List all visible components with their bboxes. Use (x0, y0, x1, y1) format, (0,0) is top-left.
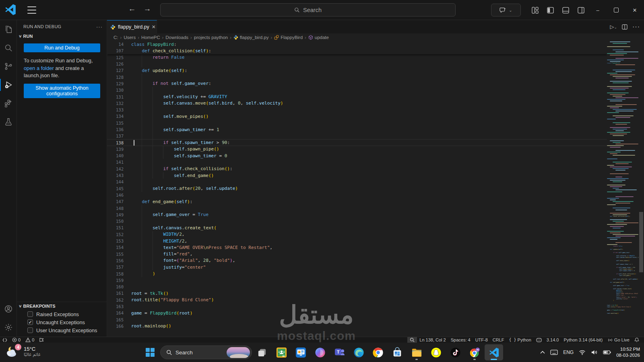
code-line[interactable]: 143self.end_game() (107, 172, 607, 179)
taskbar-icon-teams[interactable]: T (330, 344, 349, 360)
code-editor[interactable]: 14class FlappyBird:107def check_collisio… (107, 41, 607, 337)
status-item-python-3-14-64-bit-[interactable]: Python 3.14 (64-bit) (561, 337, 605, 343)
run-section-header[interactable]: ∨ RUN (17, 33, 107, 39)
sidebar-more-icon[interactable]: ··· (96, 24, 103, 30)
code-line[interactable]: 160 (107, 284, 607, 290)
status-item-utf-8[interactable]: UTF-8 (473, 337, 490, 343)
search-highlight-image[interactable] (227, 347, 250, 358)
breadcrumb-item[interactable]: flappy_bird.py (233, 35, 269, 40)
code-line[interactable]: 14class FlappyBird: (107, 41, 607, 47)
breakpoint-item[interactable]: ✓Uncaught Exceptions (17, 318, 107, 326)
code-line[interactable]: 132self.canvas.move(self.bird, 0, self.v… (107, 100, 607, 107)
clock[interactable]: 10:52 PM 08-03-2026 (616, 346, 640, 358)
command-center-search[interactable]: Search (160, 3, 456, 16)
activity-accounts[interactable] (0, 300, 17, 318)
status-item[interactable] (407, 337, 417, 343)
taskbar-icon-whiteboard[interactable] (291, 344, 310, 360)
code-line[interactable]: 155fill="red", (107, 251, 607, 257)
taskbar-icon-chrome[interactable] (369, 344, 387, 360)
code-line[interactable]: 140self.spawn_timer = 0 (107, 152, 607, 159)
toggle-primary-sidebar-icon[interactable] (543, 4, 558, 16)
taskbar-icon-classroom[interactable] (272, 344, 291, 360)
taskbar-icon-chrome-profile[interactable]: H (465, 344, 484, 360)
taskbar-icon-store[interactable] (388, 344, 407, 360)
taskbar-search[interactable]: Search (160, 346, 252, 359)
code-line[interactable]: 164game = FlappyBird(root) (107, 310, 607, 316)
volume-icon[interactable] (591, 350, 598, 355)
activity-testing[interactable] (0, 113, 17, 131)
checkbox[interactable]: ✓ (27, 319, 33, 325)
status-item[interactable] (0, 337, 10, 343)
status-item-0[interactable]: 0 (23, 337, 37, 343)
tab-flappy-bird[interactable]: flappy_bird.py ✕ (107, 20, 157, 33)
code-line[interactable]: 136self.spawn_timer += 1 (107, 126, 607, 133)
code-line[interactable]: 135 (107, 120, 607, 126)
code-line[interactable]: 150 (107, 218, 607, 224)
code-line[interactable]: 129if not self.game_over: (107, 80, 607, 87)
run-python-file-icon[interactable]: ▷⌄ (610, 24, 617, 30)
breadcrumb-item[interactable]: projects paython (194, 35, 228, 40)
code-line[interactable]: 142if self.check_collision(): (107, 166, 607, 172)
code-line[interactable]: 149self.game_over = True (107, 212, 607, 218)
breadcrumb-item[interactable]: Downloads (165, 35, 188, 40)
breakpoint-item[interactable]: Raised Exceptions (17, 310, 107, 318)
status-item-python[interactable]: { }Python (507, 337, 534, 343)
checkbox[interactable] (27, 311, 33, 317)
breadcrumb-item[interactable]: HomePC (141, 35, 160, 40)
code-line[interactable]: 157justify="center" (107, 264, 607, 270)
code-line[interactable]: 148 (107, 205, 607, 211)
status-item-3-14-0[interactable]: 3.14.0 (544, 337, 561, 343)
taskbar-icon-snapchat[interactable] (427, 344, 445, 360)
activity-settings[interactable] (0, 318, 17, 337)
activity-explorer[interactable] (0, 20, 17, 39)
customize-layout-icon[interactable] (527, 4, 543, 16)
code-line[interactable]: 159 (107, 277, 607, 284)
touch-keyboard-icon[interactable] (550, 350, 558, 355)
code-line[interactable]: 146 (107, 192, 607, 198)
status-item-crlf[interactable]: CRLF (490, 337, 507, 343)
code-line[interactable]: 163 (107, 303, 607, 310)
code-line[interactable]: 153HEIGHT/2, (107, 238, 607, 244)
weather-widget[interactable]: 4 15°C غائم غالبًا (6, 345, 41, 358)
menu-icon[interactable] (27, 6, 36, 14)
code-line[interactable]: 166root.mainloop() (107, 323, 607, 329)
code-line[interactable]: 145self.root.after(20, self.update) (107, 185, 607, 192)
code-line[interactable]: 165 (107, 316, 607, 323)
code-line[interactable]: 107def check_collision(self): (107, 47, 607, 54)
open-folder-link[interactable]: open a folder (24, 65, 54, 71)
taskbar-icon-copilot[interactable] (311, 344, 329, 360)
show-auto-python-configs-button[interactable]: Show automatic Python configurations (24, 84, 100, 98)
code-line[interactable]: 144 (107, 179, 607, 185)
back-arrow-icon[interactable]: ← (126, 4, 138, 13)
minimap[interactable]: class FlappyBird: def check_collision(se… (607, 41, 638, 337)
code-line[interactable]: 127def update(self): (107, 67, 607, 74)
breadcrumb-item[interactable]: FlappyBird (274, 35, 303, 40)
code-line[interactable]: 131self.velocity += GRAVITY (107, 93, 607, 100)
maximize-button[interactable] (607, 0, 625, 20)
scrollbar-thumb[interactable] (639, 212, 643, 272)
code-line[interactable]: 161root = tk.Tk() (107, 290, 607, 296)
breadcrumb-item[interactable]: C: (114, 35, 118, 40)
hidden-icons-chevron-icon[interactable] (540, 351, 545, 354)
tab-close-icon[interactable]: ✕ (152, 24, 156, 30)
activity-extensions[interactable] (0, 94, 17, 113)
code-line[interactable]: 128 (107, 74, 607, 80)
status-item-ln-138-col-2[interactable]: Ln 138, Col 2 (417, 337, 448, 343)
taskbar-icon-task-view[interactable] (253, 344, 271, 360)
split-editor-icon[interactable] (622, 24, 627, 30)
toggle-secondary-sidebar-icon[interactable] (573, 4, 588, 16)
code-line[interactable]: 130 (107, 87, 607, 93)
code-line[interactable]: 151self.canvas.create_text( (107, 224, 607, 231)
code-line[interactable]: 139self.spawn_pipe() (107, 146, 607, 152)
status-item-0[interactable]: 0 (10, 337, 23, 343)
code-line[interactable]: 125return False (107, 54, 607, 61)
taskbar-icon-tiktok[interactable] (446, 344, 464, 360)
forward-arrow-icon[interactable]: → (142, 4, 153, 13)
code-line[interactable]: 162root.title("Flappy Bird Clone") (107, 297, 607, 303)
taskbar-icon-explorer[interactable] (407, 344, 426, 360)
code-line[interactable]: 134self.move_pipes() (107, 113, 607, 119)
activity-run-debug[interactable] (0, 76, 17, 94)
taskbar-icon-start[interactable] (141, 344, 159, 360)
breakpoint-item[interactable]: User Uncaught Exceptions (17, 326, 107, 334)
code-line[interactable]: 154text="GAME OVER\nPress SPACE to Resta… (107, 244, 607, 251)
